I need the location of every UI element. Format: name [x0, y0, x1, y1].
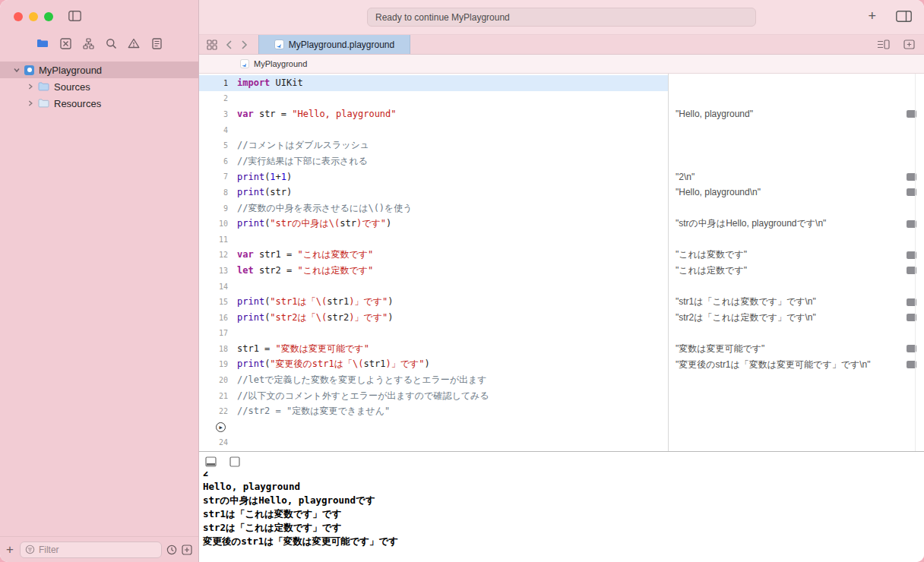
console-pane-icon[interactable] — [229, 456, 240, 467]
tree-row-sources[interactable]: Sources — [0, 78, 198, 95]
result-value: "これは定数です" — [676, 264, 902, 277]
result-value: "str1は「これは変数です」です\n" — [676, 295, 902, 308]
console-line: strの中身はHello, playgroundです — [203, 494, 924, 507]
result-row: "Hello, playground\n" — [676, 185, 916, 200]
tab-myplayground[interactable]: MyPlayground.playground — [258, 35, 410, 54]
code-text: var str = "Hello, playground" — [237, 109, 397, 119]
code-line[interactable]: 17 — [199, 326, 668, 342]
library-add-button[interactable]: + — [868, 9, 876, 23]
editor-area: 1import UIKit23var str = "Hello, playgro… — [199, 74, 924, 451]
code-text: import UIKit — [237, 77, 303, 88]
code-line[interactable]: 3var str = "Hello, playground" — [199, 106, 668, 122]
code-line[interactable]: 20//letで定義した変数を変更しようとするとエラーが出ます — [199, 372, 668, 388]
go-forward-icon[interactable] — [241, 40, 248, 49]
disclosure-closed-icon[interactable] — [27, 84, 33, 90]
editor-layout-icon[interactable] — [896, 11, 912, 22]
code-line[interactable]: 6//実行結果は下部に表示される — [199, 153, 668, 169]
line-number: 14 — [199, 283, 236, 291]
code-text: //以下文のコメント外すとエラーが出ますので確認してみる — [237, 390, 489, 403]
code-line[interactable]: 5//コメントはダブルスラッシュ — [199, 137, 668, 153]
source-control-icon[interactable] — [59, 37, 71, 49]
line-number: 6 — [199, 157, 236, 166]
code-text: //変数の中身を表示させるには\()を使う — [237, 202, 413, 215]
jumpbar-file-label: MyPlayground — [254, 59, 307, 68]
code-line[interactable]: 16print("str2は「\(str2)」です") — [199, 310, 668, 326]
run-gutter: ▶ — [199, 422, 236, 433]
line-number: 17 — [199, 329, 236, 337]
main-toolbar: Ready to continue MyPlayground + — [199, 0, 924, 34]
code-line[interactable]: 22//str2 = "定数は変更できません" — [199, 403, 668, 419]
line-number: 18 — [199, 345, 236, 353]
code-line[interactable]: 10print("strの中身は\(str)です") — [199, 216, 668, 232]
code-line[interactable]: 13let str2 = "これは定数です" — [199, 263, 668, 279]
zoom-window-button[interactable] — [44, 12, 53, 21]
code-line[interactable]: 14 — [199, 279, 668, 295]
tab-overview-icon[interactable] — [207, 39, 217, 50]
jump-bar[interactable]: MyPlayground — [199, 55, 924, 74]
code-line[interactable]: 1import UIKit — [199, 75, 668, 91]
symbol-navigator-icon[interactable] — [82, 37, 94, 49]
adjust-editor-icon[interactable] — [877, 39, 890, 49]
line-number: 10 — [199, 219, 236, 228]
code-line[interactable]: ▶ — [199, 419, 668, 435]
result-value: "str2は「これは定数です」です\n" — [676, 311, 902, 324]
code-line[interactable]: 9//変数の中身を表示させるには\()を使う — [199, 200, 668, 216]
report-navigator-icon[interactable] — [150, 37, 163, 49]
line-number: 20 — [199, 376, 236, 384]
result-value: "変数は変更可能です" — [676, 343, 902, 355]
line-number: 8 — [199, 188, 236, 197]
add-editor-icon[interactable] — [903, 39, 915, 49]
result-row: "strの中身はHello, playgroundです\n" — [676, 216, 916, 232]
tree-item-label: Resources — [54, 98, 101, 109]
navigator-sidebar: MyPlayground Sources Resources — [0, 0, 199, 562]
filter-field[interactable]: Filter — [20, 541, 162, 558]
code-text: print("strの中身は\(str)です") — [237, 217, 391, 230]
code-text: //str2 = "定数は変更できません" — [237, 405, 390, 418]
code-line[interactable]: 4 — [199, 122, 668, 138]
line-number: 4 — [199, 126, 236, 134]
add-filter-icon[interactable] — [182, 545, 192, 555]
code-lines: 1import UIKit23var str = "Hello, playgro… — [199, 74, 668, 451]
tree-row-project[interactable]: MyPlayground — [0, 62, 198, 78]
code-line[interactable]: 12var str1 = "これは変数です" — [199, 248, 668, 264]
code-text: print(str) — [237, 187, 292, 197]
code-line[interactable]: 8print(str) — [199, 185, 668, 200]
result-row: "str2は「これは定数です」です\n" — [676, 310, 916, 326]
code-line[interactable]: 19print("変更後のstr1は「\(str1)」です") — [199, 357, 668, 373]
close-window-button[interactable] — [14, 12, 23, 21]
result-row: "str1は「これは変数です」です\n" — [676, 294, 916, 310]
console-line: 2 — [203, 472, 924, 480]
code-line[interactable]: 24 — [199, 435, 668, 451]
debug-area: 2Hello, playgroundstrの中身はHello, playgrou… — [199, 451, 924, 562]
tree-row-resources[interactable]: Resources — [0, 95, 198, 112]
code-line[interactable]: 11 — [199, 232, 668, 248]
minimize-window-button[interactable] — [29, 12, 38, 21]
result-row: "Hello, playground" — [676, 106, 916, 122]
go-back-icon[interactable] — [226, 40, 233, 49]
disclosure-open-icon[interactable] — [14, 67, 20, 73]
issue-navigator-icon[interactable] — [128, 37, 140, 49]
code-line[interactable]: 7print(1+1) — [199, 169, 668, 185]
code-line[interactable]: 18str1 = "変数は変更可能です" — [199, 341, 668, 357]
run-playground-button[interactable]: ▶ — [216, 422, 226, 432]
recent-files-icon[interactable] — [166, 545, 177, 555]
find-navigator-icon[interactable] — [105, 37, 117, 49]
code-line[interactable]: 21//以下文のコメント外すとエラーが出ますので確認してみる — [199, 388, 668, 404]
tab-bar: MyPlayground.playground — [199, 34, 924, 55]
add-item-button[interactable]: + — [6, 543, 14, 556]
toggle-sidebar-icon[interactable] — [68, 11, 81, 21]
console-output: 2Hello, playgroundstrの中身はHello, playgrou… — [199, 472, 924, 562]
code-line[interactable]: 2 — [199, 91, 668, 107]
project-navigator-icon[interactable] — [36, 37, 49, 49]
filter-icon — [25, 545, 35, 554]
line-number: 9 — [199, 204, 236, 213]
scrollbar-track[interactable] — [915, 74, 916, 451]
code-text: let str2 = "これは定数です" — [237, 264, 373, 277]
disclosure-closed-icon[interactable] — [27, 100, 33, 106]
code-line[interactable]: 15print("str1は「\(str1)」です") — [199, 294, 668, 310]
hide-debug-area-icon[interactable] — [205, 456, 217, 467]
line-number: 11 — [199, 235, 236, 244]
traffic-lights — [14, 12, 53, 21]
result-row: "変数は変更可能です" — [676, 341, 916, 357]
activity-status-text: Ready to continue MyPlayground — [375, 12, 510, 23]
